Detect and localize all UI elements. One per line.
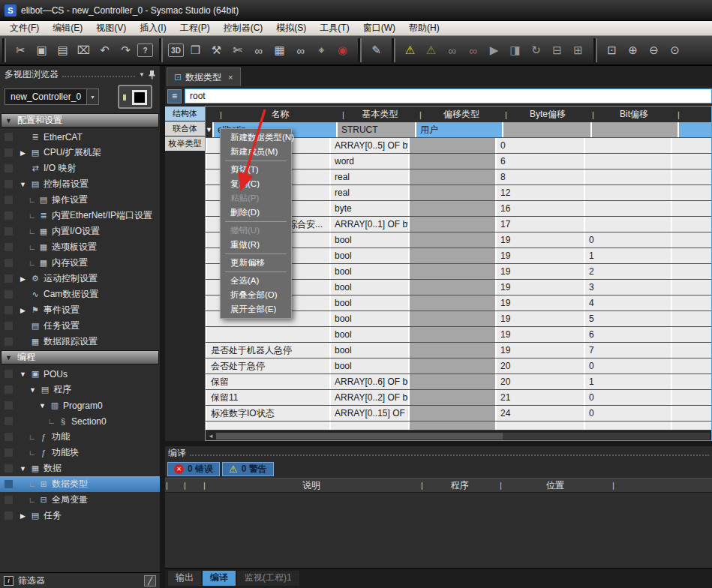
extra-cell[interactable] [672, 280, 711, 295]
sidebar-splitter[interactable] [160, 66, 165, 588]
tree-item-section0[interactable]: ∟§Section0 [0, 413, 160, 429]
root-name-field[interactable]: root [185, 88, 712, 104]
extra-cell[interactable] [672, 248, 711, 263]
name-cell[interactable] [207, 422, 329, 430]
bit-offset-cell[interactable] [585, 201, 671, 216]
name-cell[interactable]: 是否处于机器人急停 [207, 343, 329, 358]
zoom-fit-icon[interactable]: ⊡ [602, 41, 621, 60]
tree-item-option-board[interactable]: ∟▦选项板设置 [0, 239, 160, 255]
bit-offset-cell[interactable]: 1 [585, 374, 671, 389]
bottom-tab-output[interactable]: 输出 [168, 571, 201, 586]
tree-item-function-blocks[interactable]: ∟ƒ功能块 [0, 445, 160, 460]
base-type-cell[interactable]: bool [331, 280, 408, 295]
row-indicator-cell[interactable]: ▼ [206, 122, 212, 137]
extra-cell[interactable] [672, 311, 711, 326]
extra-cell[interactable] [672, 406, 711, 421]
tree-item-data-trace[interactable]: ▦数据跟踪设置 [0, 334, 160, 350]
offset-type-cell[interactable] [410, 374, 495, 389]
3d-view-icon[interactable]: 3D [168, 44, 184, 57]
bit-offset-cell[interactable]: 4 [585, 296, 671, 310]
byte-offset-cell[interactable]: 19 [497, 232, 584, 248]
offset-type-cell[interactable] [410, 422, 495, 430]
extra-cell[interactable] [672, 185, 711, 200]
byte-offset-cell[interactable]: 19 [497, 248, 584, 263]
tree-item-event-settings[interactable]: ▶⚑事件设置 [0, 302, 160, 318]
menu-item-7[interactable]: 工具(T) [313, 22, 356, 34]
name-cell[interactable]: 会否处于急停 [207, 358, 329, 374]
monitor-stop-icon[interactable]: ∞ [464, 41, 482, 60]
offset-type-cell[interactable] [410, 232, 495, 248]
bit-offset-cell[interactable] [585, 185, 671, 200]
zoom-out-icon[interactable]: ⊖ [644, 41, 663, 60]
bit-offset-cell[interactable] [585, 138, 671, 153]
tree-item-motion-control[interactable]: ▶⚙运动控制设置 [0, 271, 160, 286]
extra-cell[interactable] [672, 217, 711, 232]
expand-closed-icon[interactable]: ▶ [19, 275, 27, 283]
context-menu-delete[interactable]: 删除(D) [221, 206, 291, 220]
run-mode-icon[interactable]: ▶ [485, 41, 503, 60]
offset-type-cell[interactable] [410, 311, 495, 326]
expand-open-icon[interactable]: ▼ [19, 465, 27, 472]
help-icon[interactable]: ? [137, 44, 153, 57]
tree-item-builtin-ethernet-ip[interactable]: ∟≣内置EtherNet/IP端口设置 [0, 208, 160, 224]
tree-item-controller-setup[interactable]: ▼▤控制器设置 [0, 176, 160, 192]
context-menu-select-all[interactable]: 全选(A) [221, 274, 291, 288]
tree-item-tasks[interactable]: ▶▤任务 [0, 508, 160, 524]
extra-cell[interactable] [672, 170, 711, 184]
menu-item-2[interactable]: 视图(V) [89, 22, 133, 34]
close-icon[interactable]: × [228, 73, 233, 82]
name-cell[interactable]: 保留11 [207, 390, 329, 405]
tree-item-cpu-rack[interactable]: ▶▤CPU/扩展机架 [0, 145, 160, 160]
offset-type-cell[interactable] [410, 264, 495, 279]
delete-icon[interactable]: ⌧ [74, 41, 93, 60]
warning-count-badge[interactable]: ⚠ 0 警告 [222, 462, 274, 476]
extra-cell[interactable] [672, 374, 711, 389]
expand-closed-icon[interactable]: ▶ [19, 512, 27, 520]
bit-offset-cell[interactable]: 1 [585, 248, 671, 263]
offset-type-cell[interactable] [410, 138, 495, 153]
controller-selector[interactable]: new_Controller_0 ▼ [5, 88, 99, 105]
bottom-tab-watch-project-1[interactable]: 监视(工程)1 [237, 571, 299, 586]
zoom-in-icon[interactable]: ⊕ [623, 41, 642, 60]
menu-item-1[interactable]: 编辑(E) [46, 22, 89, 34]
context-menu-copy[interactable]: 复制(C) [221, 177, 291, 191]
scrollbar-track[interactable] [216, 433, 710, 440]
offset-type-cell[interactable] [410, 327, 495, 342]
base-type-cell[interactable]: bool [331, 343, 408, 358]
chevron-down-icon[interactable]: ▼ [139, 71, 145, 78]
base-type-cell[interactable]: bool [331, 296, 408, 310]
base-type-cell[interactable]: bool [331, 358, 408, 374]
context-menu-update-offset[interactable]: 更新偏移 [221, 256, 291, 270]
filter-bar[interactable]: i 筛选器 ╱ [0, 572, 160, 588]
column-header-3[interactable]: |Byte偏移 [504, 106, 591, 122]
search-icon[interactable]: ⌖ [312, 41, 331, 60]
controller-error-icon[interactable]: ⚠ [401, 41, 419, 60]
byte-offset-cell[interactable]: 19 [497, 311, 584, 326]
tree-item-builtin-io[interactable]: ∟▦内置I/O设置 [0, 224, 160, 239]
offset-type-cell[interactable] [410, 170, 495, 184]
extra-cell[interactable] [672, 422, 711, 430]
tree-item-memory-settings[interactable]: ∟▦内存设置 [0, 255, 160, 271]
byte-offset-cell[interactable]: 19 [497, 327, 584, 342]
byte-offset-cell[interactable]: 20 [497, 358, 584, 374]
bit-offset-cell[interactable] [585, 217, 671, 232]
offset-type-cell[interactable] [410, 217, 495, 232]
base-type-cell[interactable]: ARRAY[0..1] OF byte [331, 217, 408, 232]
bottom-tab-build[interactable]: 编译 [203, 571, 236, 586]
column-header-4[interactable]: |Bit偏移 [591, 106, 677, 122]
error-count-badge[interactable]: ✕ 0 错误 [167, 462, 220, 476]
expand-open-icon[interactable]: ▼ [29, 386, 37, 394]
abort-icon[interactable]: ◉ [333, 41, 352, 60]
undo-icon[interactable]: ↶ [95, 41, 114, 60]
bit-offset-cell[interactable]: 2 [585, 264, 671, 279]
transfer-from-controller-icon[interactable]: ⊞ [569, 41, 587, 60]
edit-mode-icon[interactable]: ✎ [367, 41, 386, 60]
watch-table-icon[interactable]: ▦ [270, 41, 289, 60]
extra-cell[interactable] [672, 296, 711, 310]
base-type-cell[interactable]: ARRAY[0..2] OF bool [331, 390, 408, 405]
bit-offset-cell[interactable] [585, 170, 671, 184]
tree-item-global-variables[interactable]: ∟⊟全局变量 [0, 492, 160, 508]
extra-cell[interactable] [672, 390, 711, 405]
paste-icon[interactable]: ▤ [53, 41, 72, 60]
byte-offset-cell[interactable] [503, 122, 590, 137]
